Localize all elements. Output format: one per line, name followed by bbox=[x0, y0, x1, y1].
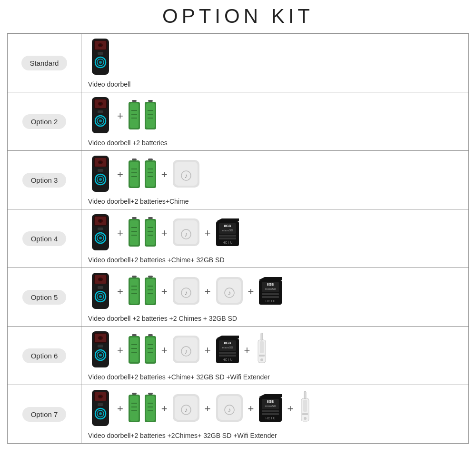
battery-icon bbox=[128, 100, 141, 133]
svg-rect-8 bbox=[98, 52, 103, 55]
sdcard-icon: 8GB microSD HC I U bbox=[215, 335, 240, 366]
option-badge: Option 3 bbox=[22, 173, 67, 188]
wifi-extender-icon bbox=[298, 391, 313, 426]
plus-sign: + bbox=[247, 403, 256, 415]
plus-sign: + bbox=[116, 403, 125, 415]
table-row: Option 7 + + ♪ + ♪ + 8GB bbox=[8, 385, 468, 443]
svg-text:HC I U: HC I U bbox=[266, 299, 276, 303]
options-table: Standard Video doorbellOption 2 + Video … bbox=[7, 33, 469, 444]
battery-icon bbox=[144, 100, 157, 133]
svg-rect-160 bbox=[259, 355, 265, 357]
svg-point-132 bbox=[99, 354, 102, 357]
option-badge: Option 6 bbox=[22, 348, 67, 363]
svg-text:♪: ♪ bbox=[184, 172, 188, 179]
doorbell-icon bbox=[88, 389, 113, 429]
plus-sign: + bbox=[160, 403, 169, 415]
svg-rect-178 bbox=[148, 393, 153, 395]
svg-point-167 bbox=[99, 396, 101, 397]
svg-rect-202 bbox=[302, 413, 308, 415]
chime-icon: ♪ bbox=[172, 218, 200, 249]
option-label-cell: Option 7 bbox=[8, 385, 81, 443]
table-row: Option 4 + + ♪ + 8GB microSD H bbox=[8, 209, 468, 268]
svg-rect-136 bbox=[130, 337, 139, 362]
svg-text:microSD: microSD bbox=[222, 229, 233, 232]
items-row bbox=[88, 38, 464, 78]
svg-point-37 bbox=[99, 178, 102, 181]
svg-marker-81 bbox=[216, 218, 239, 221]
svg-rect-63 bbox=[98, 228, 103, 230]
svg-point-170 bbox=[99, 412, 102, 415]
svg-rect-38 bbox=[98, 169, 103, 172]
option-caption: Video doorbell+2 batteries +Chime+ 32GB … bbox=[88, 256, 464, 264]
svg-rect-180 bbox=[146, 396, 155, 421]
battery-icon bbox=[128, 276, 141, 308]
option-caption: Video doorbell+2 batteries +2Chimes+ 32G… bbox=[88, 432, 464, 439]
battery-icon bbox=[128, 217, 141, 250]
svg-rect-18 bbox=[132, 100, 137, 102]
svg-point-16 bbox=[99, 119, 102, 122]
svg-rect-201 bbox=[303, 400, 307, 412]
svg-rect-142 bbox=[146, 337, 155, 362]
svg-point-7 bbox=[99, 61, 102, 64]
table-row: Option 6 + + ♪ + 8GB microSD H bbox=[8, 327, 468, 385]
svg-text:microSD: microSD bbox=[265, 405, 277, 407]
plus-sign: + bbox=[160, 344, 169, 357]
option-caption: Video doorbell +2 batteries +2 Chimes + … bbox=[88, 315, 464, 322]
svg-text:♪: ♪ bbox=[228, 289, 231, 297]
svg-text:microSD: microSD bbox=[265, 288, 277, 290]
items-row: + + ♪ + 8GB microSD HC I U + bbox=[88, 330, 464, 370]
sdcard-icon: 8GB microSD HC I U bbox=[258, 393, 283, 425]
option-content-cell: Video doorbell bbox=[81, 34, 468, 92]
svg-rect-133 bbox=[98, 345, 103, 347]
plus-sign: + bbox=[203, 227, 212, 239]
option-badge: Option 2 bbox=[22, 114, 67, 129]
svg-point-13 bbox=[99, 103, 101, 105]
svg-point-59 bbox=[99, 220, 101, 222]
page-title: OPTION KIT bbox=[162, 5, 314, 28]
plus-sign: + bbox=[116, 110, 125, 122]
plus-sign: + bbox=[160, 286, 169, 298]
sdcard-icon: 8GB microSD HC I U bbox=[215, 218, 240, 249]
option-label-cell: Option 2 bbox=[8, 92, 81, 150]
option-content-cell: + + ♪ + 8GB microSD HC I U + Video doorb… bbox=[81, 327, 468, 385]
svg-rect-39 bbox=[132, 159, 137, 160]
svg-text:8GB: 8GB bbox=[224, 224, 230, 228]
chime-icon: ♪ bbox=[215, 276, 244, 307]
svg-point-95 bbox=[99, 295, 102, 298]
items-row: + + ♪ + ♪ + 8GB microSD HC I U bbox=[88, 272, 464, 312]
sdcard-icon: 8GB microSD HC I U bbox=[258, 276, 283, 307]
svg-rect-64 bbox=[132, 217, 137, 219]
option-badge: Standard bbox=[21, 56, 68, 70]
doorbell-icon bbox=[88, 272, 113, 312]
svg-rect-41 bbox=[130, 162, 139, 187]
plus-sign: + bbox=[203, 344, 212, 357]
table-row: Option 2 + Video doorbell +2 batteries bbox=[8, 92, 468, 151]
table-row: Standard Video doorbell bbox=[8, 34, 468, 92]
svg-text:♪: ♪ bbox=[184, 289, 188, 297]
option-label-cell: Option 3 bbox=[8, 151, 81, 209]
battery-icon bbox=[144, 159, 157, 191]
option-caption: Video doorbell+2 batteries +Chime+ 32GB … bbox=[88, 373, 464, 381]
plus-sign: + bbox=[116, 169, 125, 181]
svg-rect-26 bbox=[146, 103, 155, 128]
svg-rect-70 bbox=[148, 217, 153, 219]
option-label-cell: Option 5 bbox=[8, 268, 81, 326]
items-row: + + ♪ + 8GB microSD HC I U bbox=[88, 213, 464, 253]
svg-rect-155 bbox=[219, 352, 236, 354]
svg-rect-66 bbox=[130, 220, 139, 245]
svg-rect-122 bbox=[262, 293, 279, 295]
table-row: Option 3 + + ♪ Video doorbell+2 batterie… bbox=[8, 151, 468, 209]
doorbell-icon bbox=[88, 96, 113, 136]
svg-rect-174 bbox=[130, 396, 139, 421]
svg-text:♪: ♪ bbox=[184, 347, 188, 355]
plus-sign: + bbox=[243, 344, 252, 357]
svg-rect-99 bbox=[130, 279, 139, 304]
svg-rect-156 bbox=[219, 355, 236, 357]
svg-text:♪: ♪ bbox=[184, 230, 188, 238]
svg-rect-85 bbox=[219, 235, 236, 237]
svg-text:8GB: 8GB bbox=[267, 400, 274, 403]
svg-point-62 bbox=[99, 237, 102, 239]
svg-rect-96 bbox=[98, 286, 103, 289]
doorbell-icon bbox=[88, 213, 113, 253]
battery-icon bbox=[144, 393, 157, 426]
